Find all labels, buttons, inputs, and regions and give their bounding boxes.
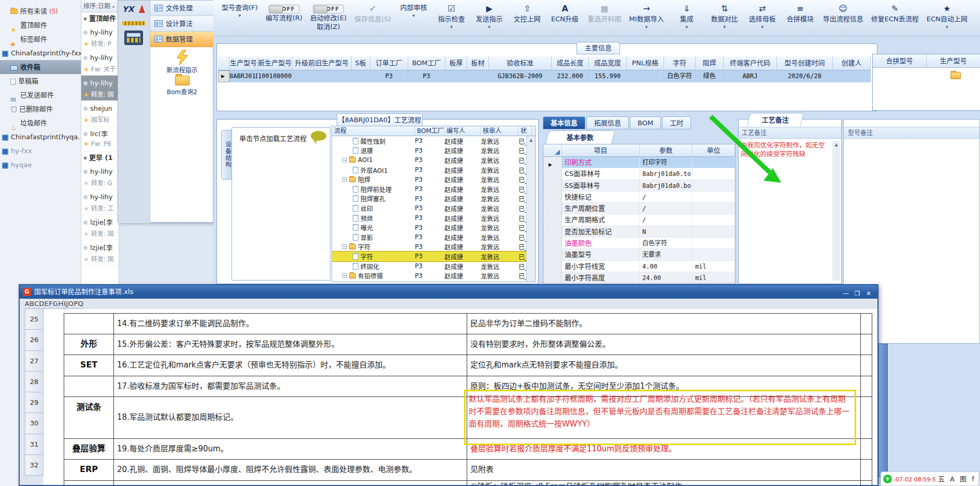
column-letter[interactable]: F [49,299,53,309]
flow-tree-row[interactable]: −丝印 P3 赵成捷 龙敦远 已_ [332,203,535,213]
mail-list-item[interactable]: ▼lrc(李 ★Fw: P6 [81,126,119,152]
column-letter[interactable]: B [30,299,34,309]
column-letter[interactable]: G [53,299,59,309]
param-row[interactable]: 生产周期格式 / [543,214,735,226]
sidebar-folder-item[interactable]: hyqae [0,158,81,172]
toolbar-button[interactable]: OFF 启动修改(E) 取消(Z) ▾ [310,2,347,31]
mail-list-item[interactable]: ▼lzjie[李 ★转发: 国 [81,240,119,266]
column-letter[interactable]: Q [78,299,83,309]
sidebar-folder-item[interactable]: 草稿箱 [0,74,81,88]
mail-list-item[interactable]: ▼更早 (1 ★ [81,152,119,164]
star-icon[interactable]: ★ [83,230,89,238]
flow-tree-row[interactable]: −显影 P3 赵成捷 龙敦远 已_ [332,232,535,242]
toolbar-button[interactable]: 型号查询(F) ▾ [222,2,258,18]
remark-scrollbar[interactable] [832,141,840,281]
flow-tree-row[interactable]: −预烘 P3 赵成捷 龙敦远 已_ [332,213,535,223]
param-row[interactable]: 油墨型号 无要求 [543,249,735,260]
row-number[interactable]: 31 [25,434,44,455]
tree-expander-icon[interactable]: − [342,244,347,249]
row-number[interactable]: 32 [25,455,44,476]
maximize-button[interactable]: ❐ [852,287,863,300]
palette-menu-item[interactable]: 文件处理 [150,1,214,16]
sidebar-folder-item[interactable]: 标签邮件 [0,32,81,46]
toggle-off-switch[interactable]: OFF [313,5,344,13]
flow-tree-row[interactable]: −阻焊 P3 赵成捷 龙敦远 已_ [332,174,535,184]
sidebar-folder-item[interactable]: 置顶邮件 [0,18,81,32]
tree-scrollbar[interactable] [526,136,535,282]
toolbar-button[interactable]: ✎ 修复ECN丢流程 ▾ [871,2,919,23]
mail-list-item[interactable]: ▼hy-lihy ★转发: G [81,164,119,189]
column-letter[interactable]: O [68,299,74,309]
toggle-off-switch[interactable]: OFF [268,5,299,13]
param-row[interactable]: 是否加无铅标记 N [543,226,735,238]
row-number[interactable]: 26 [25,330,44,350]
toolbar-button[interactable]: ✔ 保存信息(S) ▾ [354,2,391,23]
sidebar-folder-item[interactable]: Chinafastprint(hyqa...(5) [0,130,81,144]
sidebar-folder-item[interactable]: hy-fxx [0,144,81,158]
mail-sort-header[interactable]: 排序:日期 ▾ [81,0,119,12]
row-number[interactable]: 28 [25,372,44,392]
main-info-tab[interactable]: 主要信息 [577,42,620,54]
sidebar-folder-item[interactable]: Chinafastprint(hy-fxx) [0,46,81,60]
param-row[interactable]: CS面菲林号 8abrj01da0.to [543,168,735,180]
flow-tree-row[interactable]: −AOI1 P3 赵成捷 龙敦远 已_ [332,155,535,165]
column-letter[interactable]: C [34,299,39,309]
toolbar-button[interactable]: ⇧ 文控上网 ▾ [512,2,542,23]
dropdown-arrow-icon[interactable]: ▾ [747,24,777,30]
toolbar-button[interactable]: OFF 编写流程(R) ▾ [266,2,302,22]
toolbar-button[interactable]: ⇅ 数据对比 ▾ [710,2,740,30]
toolbar-button[interactable]: ★ ECN自动上网 ▾ [927,2,968,30]
palette-menu-item[interactable]: 设计算法 [150,16,214,32]
dropdown-arrow-icon[interactable]: ▾ [222,13,258,18]
sidebar-folder-item[interactable]: 已发送邮件 [0,88,81,102]
mail-list-item[interactable]: ▼shejun ★国军标 [81,101,119,126]
row-number[interactable]: 30 [25,413,44,434]
toolbar-button[interactable]: A ECN升级 ▾ [550,2,580,23]
tray-icons[interactable]: 五 A 图 f [938,475,976,483]
info-tab[interactable]: 工时 [662,116,691,129]
flow-tree-row[interactable]: −酸性蚀刻 P3 赵成捷 龙敦远 已_ [332,136,535,146]
new-flow-indicate-button[interactable]: 新流程指示 [150,50,214,74]
column-letter[interactable]: H [59,299,64,309]
flow-tree-row[interactable]: −外层AOI1 P3 赵成捷 龙敦远 已_ [332,165,535,175]
tree-expander-icon[interactable]: − [342,177,347,182]
grid-data-row[interactable]: 8ABRJ01DA010010800052257P3P3GJB362B-2009… [218,70,871,82]
toolbar-button[interactable]: ▶ 发送指示 ▾ [474,2,505,30]
mail-list-item[interactable]: ▼hy-lihy ★转发: 工 [81,189,119,215]
toolbar-button[interactable]: ⇄ 选择母板 ▾ [747,2,777,30]
palette-menu-item[interactable]: 数据管理 [150,32,214,47]
craft-remark-tab[interactable]: 工艺备注 [747,113,804,126]
tray-green-plus-icon[interactable]: + [883,475,892,483]
star-icon[interactable]: ★ [83,66,89,73]
window-scrollbar-strip[interactable] [878,344,888,477]
toolbar-button[interactable]: ⇓ 集成 ▾ [672,2,702,30]
param-row[interactable]: 最小字符高度 24.00 mil [543,272,735,284]
mail-list-item[interactable]: ▼lzjie[李 ★转发: 国 [81,215,119,240]
info-tab[interactable]: BOM [630,116,661,129]
toolbar-button[interactable]: 内部审核 ▾ [399,2,429,18]
row-number[interactable]: 29 [25,392,44,413]
param-row[interactable]: 最小字符线宽 4.00 mil [543,261,735,272]
dropdown-arrow-icon[interactable]: ▾ [629,24,664,30]
flow-tree-row[interactable]: −有铅喷锡 P3 赵成捷 龙敦远 已_ [332,271,535,281]
flow-tree-row[interactable]: −阻焊前处理 P3 赵成捷 龙敦远 已_ [332,184,535,194]
column-letter[interactable]: P [74,299,78,309]
star-icon[interactable]: ★ [83,116,89,124]
sidebar-folder-item[interactable]: 已删除邮件 [0,102,81,116]
toolbar-button[interactable]: ☑ 指示检查 ▾ [437,2,467,30]
mail-list-item[interactable]: ▼hy-lihy ★Fw: 关于 [81,50,119,76]
dropdown-arrow-icon[interactable]: ▾ [399,13,429,18]
bom-query-button[interactable]: Bom查询2 [150,76,214,96]
star-icon[interactable]: ★ [83,140,89,148]
star-icon[interactable]: ★ [83,91,89,98]
info-tab[interactable]: 基本信息 [543,116,585,129]
flow-tree-row[interactable]: −曝光 P3 赵成捷 龙敦远 已_ [332,223,535,232]
toolbar-button[interactable]: ▦ 重选开料图 ▾ [588,2,622,23]
star-icon[interactable]: ★ [83,256,89,263]
star-icon[interactable]: ★ [83,40,89,48]
toolbar-button[interactable]: ≡ 合拼模块 ▾ [785,2,815,23]
star-icon[interactable]: ★ [83,205,89,212]
basic-params-subtab[interactable]: 基本参数 [545,130,615,144]
tree-expander-icon[interactable]: − [342,158,347,163]
dropdown-arrow-icon[interactable]: ▾ [672,24,702,30]
